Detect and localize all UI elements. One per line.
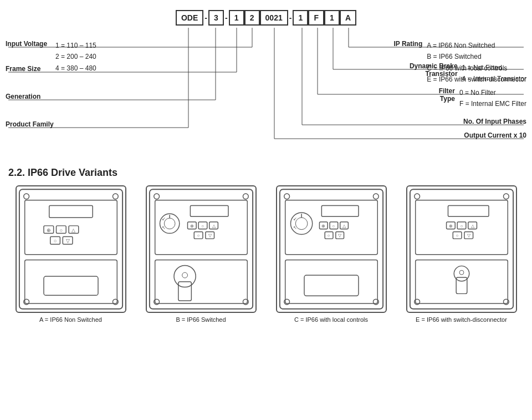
- frame-size-key: Frame Size: [6, 65, 40, 73]
- code-1b: 1: [293, 10, 308, 26]
- svg-rect-48: [190, 206, 228, 217]
- sep2: -: [224, 13, 229, 22]
- svg-rect-23: [24, 200, 117, 255]
- svg-text:⊕: ⊕: [321, 224, 325, 229]
- svg-rect-36: [44, 276, 98, 295]
- svg-point-70: [295, 217, 308, 230]
- svg-rect-59: [155, 260, 247, 303]
- part-number-diagram: ODE - 3 - 1 2 0021 - 1 F 1 A: [8, 6, 524, 151]
- svg-point-38: [154, 194, 159, 199]
- num-phases-key: No. Of Input Phases: [463, 118, 526, 125]
- filter-type-label: FilterType 0 = No FilterF = Internal EMC…: [439, 87, 526, 110]
- variant-C-image: ↙ ↖ ⊕ ○ △ ○ ▽: [276, 185, 387, 313]
- product-family-label: Product Family: [6, 120, 54, 128]
- svg-text:↙: ↙: [293, 216, 297, 221]
- svg-point-39: [243, 194, 248, 199]
- svg-rect-86: [304, 275, 359, 296]
- frame-size-label: Frame Size: [6, 65, 40, 73]
- svg-text:○: ○: [456, 233, 458, 238]
- drive-C-svg: ↙ ↖ ⊕ ○ △ ○ ▽: [277, 186, 386, 312]
- svg-text:⊕: ⊕: [46, 227, 50, 233]
- svg-text:△: △: [342, 224, 346, 229]
- svg-text:▽: ▽: [208, 233, 212, 238]
- svg-point-20: [112, 194, 118, 199]
- variant-B: ↙ ↖ ⊕ ○ △ ○ ▽: [139, 185, 263, 323]
- code-1: 1: [229, 10, 244, 26]
- svg-text:△: △: [470, 224, 474, 229]
- svg-text:↖: ↖: [293, 225, 297, 230]
- svg-point-19: [23, 194, 29, 199]
- svg-text:⊕: ⊕: [190, 224, 193, 229]
- filter-type-values: 0 = No FilterF = Internal EMC Filter: [459, 87, 526, 110]
- svg-rect-93: [448, 206, 489, 217]
- connector-diagram: Input Voltage 1 = 110 – 1152 = 200 – 240…: [6, 28, 526, 151]
- svg-point-65: [373, 194, 378, 199]
- input-voltage-key: Input Voltage: [6, 40, 55, 48]
- filter-type-key: FilterType: [439, 87, 455, 110]
- svg-text:△: △: [212, 224, 216, 229]
- svg-text:↙: ↙: [162, 216, 166, 221]
- svg-text:⊕: ⊕: [448, 224, 452, 229]
- svg-text:↖: ↖: [162, 225, 166, 230]
- svg-rect-74: [321, 206, 359, 217]
- svg-point-64: [284, 194, 289, 199]
- svg-point-88: [414, 194, 420, 199]
- svg-text:○: ○: [327, 233, 330, 238]
- generation-label: Generation: [6, 93, 40, 100]
- section-22: 2.2. IP66 Drive Variants: [8, 167, 524, 323]
- svg-point-89: [503, 194, 509, 199]
- variant-B-image: ↙ ↖ ⊕ ○ △ ○ ▽: [146, 185, 257, 313]
- num-phases-label: No. Of Input Phases: [463, 118, 526, 125]
- code-row: ODE - 3 - 1 2 0021 - 1 F 1 A: [176, 10, 356, 26]
- svg-text:○: ○: [53, 238, 56, 244]
- dynamic-brake-key: Dynamic BrakeTransistor: [410, 62, 458, 85]
- svg-point-107: [459, 270, 464, 275]
- code-A: A: [340, 10, 356, 26]
- generation-key: Generation: [6, 93, 40, 100]
- code-0021: 0021: [260, 10, 288, 26]
- svg-rect-87: [410, 189, 513, 309]
- dynamic-brake-label: Dynamic BrakeTransistor 1 = Not Fitted4 …: [410, 62, 526, 85]
- output-current-label: Output Current x 10: [464, 131, 526, 139]
- drive-E-svg: ⊕ ○ △ ○ ▽: [407, 186, 516, 312]
- svg-rect-35: [24, 260, 117, 303]
- input-voltage-values: 1 = 110 – 1152 = 200 – 2404 = 380 – 480: [55, 40, 96, 74]
- variant-C: ↙ ↖ ⊕ ○ △ ○ ▽: [269, 185, 393, 323]
- svg-text:▽: ▽: [65, 238, 69, 244]
- variant-A-label: A = IP66 Non Switched: [39, 316, 102, 323]
- svg-rect-18: [19, 189, 122, 309]
- drive-B-svg: ↙ ↖ ⊕ ○ △ ○ ▽: [147, 186, 255, 312]
- variant-E-label: E = IP66 with switch-disconnector: [416, 316, 507, 323]
- svg-rect-104: [415, 260, 508, 303]
- variant-C-label: C = IP66 with local controls: [294, 316, 368, 323]
- code-2: 2: [244, 10, 260, 26]
- svg-point-62: [182, 272, 187, 278]
- svg-rect-63: [279, 189, 382, 309]
- svg-text:○: ○: [197, 233, 200, 238]
- code-1c: 1: [324, 10, 340, 26]
- product-family-key: Product Family: [6, 120, 54, 128]
- drive-A-svg: ⊕ ○ △ ○ ▽: [17, 186, 125, 312]
- dynamic-brake-values: 1 = Not Fitted4 = Internal Transistor: [462, 62, 526, 85]
- svg-text:▽: ▽: [467, 233, 470, 238]
- variant-B-label: B = IP66 Switched: [176, 316, 226, 323]
- code-F: F: [308, 10, 324, 26]
- svg-text:▽: ▽: [337, 233, 341, 238]
- svg-text:○: ○: [59, 227, 62, 233]
- variant-E-image: ⊕ ○ △ ○ ▽: [406, 185, 517, 313]
- svg-rect-24: [49, 206, 92, 218]
- svg-text:○: ○: [460, 224, 463, 229]
- svg-rect-37: [149, 189, 252, 309]
- svg-text:○: ○: [332, 224, 335, 229]
- code-3: 3: [208, 10, 224, 26]
- svg-text:○: ○: [201, 224, 204, 229]
- svg-rect-85: [285, 260, 377, 303]
- output-current-key: Output Current x 10: [464, 131, 526, 139]
- svg-text:△: △: [71, 227, 75, 233]
- code-ode: ODE: [176, 10, 203, 26]
- section-22-title: 2.2. IP66 Drive Variants: [8, 167, 524, 179]
- svg-point-60: [174, 265, 196, 287]
- sep1: -: [203, 13, 208, 22]
- variant-A: ⊕ ○ △ ○ ▽ A = IP66 Non Switched: [8, 185, 133, 323]
- sep3: -: [288, 13, 293, 22]
